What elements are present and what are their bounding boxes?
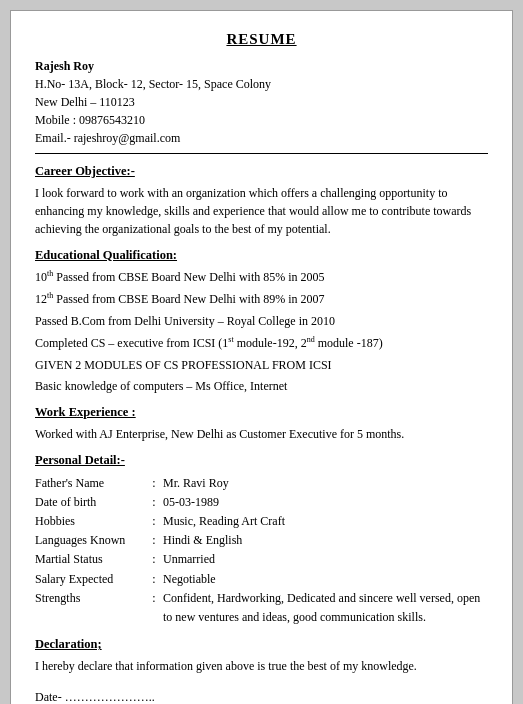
personal-row-father: Father's Name : Mr. Ravi Roy xyxy=(35,474,488,493)
career-objective-content: I look forward to work with an organizat… xyxy=(35,184,488,238)
label-strengths: Strengths xyxy=(35,589,145,627)
resume-page: RESUME Rajesh Roy H.No- 13A, Block- 12, … xyxy=(10,10,513,704)
work-experience-content: Worked with AJ Enterprise, New Delhi as … xyxy=(35,425,488,443)
email: Email.- rajeshroy@gmail.com xyxy=(35,129,488,147)
education-title: Educational Qualification: xyxy=(35,246,488,264)
edu-item-2: 12th Passed from CBSE Board New Delhi wi… xyxy=(35,290,488,308)
value-salary: Negotiable xyxy=(163,570,488,589)
label-hobbies: Hobbies xyxy=(35,512,145,531)
work-experience-title: Work Experience : xyxy=(35,403,488,421)
value-languages: Hindi & English xyxy=(163,531,488,550)
declaration-section: Declaration; I hereby declare that infor… xyxy=(35,635,488,675)
edu-item-5: GIVEN 2 MODULES OF CS PROFESSIONAL FROM … xyxy=(35,357,488,374)
declaration-content: I hereby declare that information given … xyxy=(35,657,488,675)
personal-row-languages: Languages Known : Hindi & English xyxy=(35,531,488,550)
work-experience-section: Work Experience : Worked with AJ Enterpr… xyxy=(35,403,488,443)
value-father: Mr. Ravi Roy xyxy=(163,474,488,493)
contact-block: Rajesh Roy H.No- 13A, Block- 12, Sector-… xyxy=(35,57,488,154)
edu-item-4: Completed CS – executive from ICSI (1st … xyxy=(35,334,488,352)
education-section: Educational Qualification: 10th Passed f… xyxy=(35,246,488,395)
date-place-block: Date- ………………….. Place- …………………. Rajesh R… xyxy=(35,689,488,704)
edu-item-1: 10th Passed from CBSE Board New Delhi wi… xyxy=(35,268,488,286)
personal-details-title: Personal Detail:- xyxy=(35,451,488,469)
address-line1: H.No- 13A, Block- 12, Sector- 15, Space … xyxy=(35,75,488,93)
label-marital: Martial Status xyxy=(35,550,145,569)
personal-row-dob: Date of birth : 05-03-1989 xyxy=(35,493,488,512)
resume-title: RESUME xyxy=(35,29,488,51)
personal-details-section: Personal Detail:- Father's Name : Mr. Ra… xyxy=(35,451,488,627)
address-line2: New Delhi – 110123 xyxy=(35,93,488,111)
personal-row-hobbies: Hobbies : Music, Reading Art Craft xyxy=(35,512,488,531)
date-line: Date- ………………….. xyxy=(35,689,488,704)
personal-row-marital: Martial Status : Unmarried xyxy=(35,550,488,569)
edu-item-3: Passed B.Com from Delhi University – Roy… xyxy=(35,313,488,330)
declaration-title: Declaration; xyxy=(35,635,488,653)
value-marital: Unmarried xyxy=(163,550,488,569)
candidate-name: Rajesh Roy xyxy=(35,57,488,75)
education-items: 10th Passed from CBSE Board New Delhi wi… xyxy=(35,268,488,395)
edu-item-6: Basic knowledge of computers – Ms Office… xyxy=(35,378,488,395)
label-salary: Salary Expected xyxy=(35,570,145,589)
label-dob: Date of birth xyxy=(35,493,145,512)
personal-details-table: Father's Name : Mr. Ravi Roy Date of bir… xyxy=(35,474,488,628)
value-dob: 05-03-1989 xyxy=(163,493,488,512)
mobile: Mobile : 09876543210 xyxy=(35,111,488,129)
value-strengths: Confident, Hardworking, Dedicated and si… xyxy=(163,589,488,627)
value-hobbies: Music, Reading Art Craft xyxy=(163,512,488,531)
label-languages: Languages Known xyxy=(35,531,145,550)
career-objective-title: Career Objective:- xyxy=(35,162,488,180)
personal-row-strengths: Strengths : Confident, Hardworking, Dedi… xyxy=(35,589,488,627)
personal-row-salary: Salary Expected : Negotiable xyxy=(35,570,488,589)
label-father: Father's Name xyxy=(35,474,145,493)
career-objective-section: Career Objective:- I look forward to wor… xyxy=(35,162,488,238)
